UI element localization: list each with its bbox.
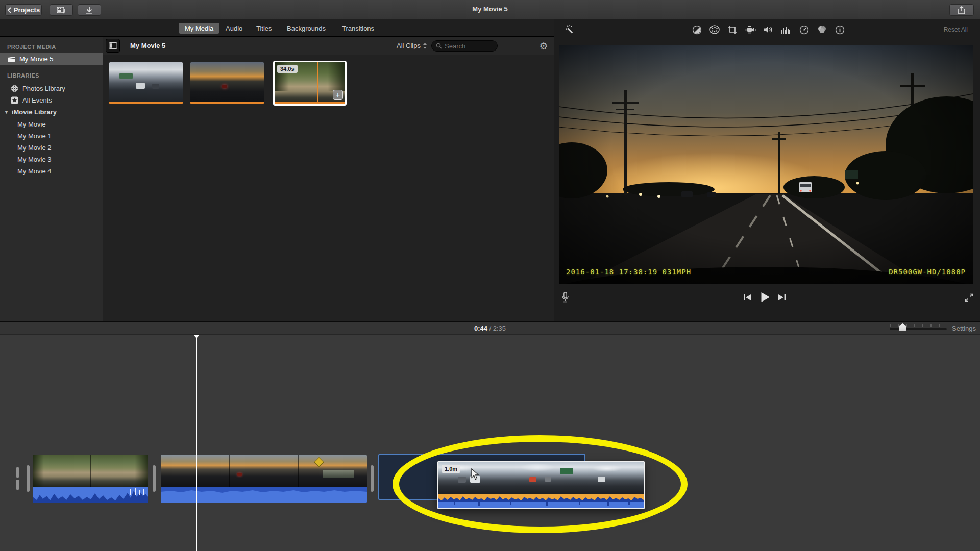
crop-icon[interactable] <box>727 24 738 35</box>
tab-audio[interactable]: Audio <box>219 23 249 34</box>
clip-audio-waveform <box>438 494 644 508</box>
clip-filter-dropdown[interactable]: All Clips <box>397 42 427 49</box>
search-input[interactable] <box>445 42 491 50</box>
timeline-header: 0:44 / 2:35 Settings <box>0 321 980 335</box>
sidebar-item-photos-library[interactable]: Photos Library <box>0 83 103 94</box>
film-note-icon <box>57 7 66 14</box>
noise-reduction-icon[interactable] <box>780 24 792 35</box>
thumbnail-art <box>136 83 145 89</box>
clip-filter-label: All Clips <box>397 42 421 49</box>
timeline-zoom-slider[interactable] <box>890 328 947 330</box>
panel-toggle-icon <box>109 42 117 49</box>
clip-duration-badge: 34.0s <box>277 65 298 73</box>
sidebar-item-label: My Movie 4 <box>17 167 51 175</box>
media-browser-button[interactable] <box>50 4 73 16</box>
sidebar-item-my-movie-4[interactable]: My Movie 4 <box>0 165 103 177</box>
tab-my-media[interactable]: My Media <box>179 23 219 34</box>
top-toolbar: Projects My Movie 5 <box>0 0 980 19</box>
thumbnail-art <box>135 455 148 487</box>
share-icon <box>958 6 965 14</box>
sidebar-toggle-button[interactable] <box>106 39 120 53</box>
stabilization-icon[interactable] <box>745 24 756 35</box>
speed-icon[interactable] <box>798 24 810 35</box>
libraries-header: LIBRARIES <box>7 72 39 79</box>
timeline-canvas[interactable]: 1.0m <box>0 335 980 551</box>
sidebar-item-my-movie-2[interactable]: My Movie 2 <box>0 142 103 154</box>
volume-icon[interactable] <box>763 24 774 35</box>
thumbnail-duration-bar <box>190 102 264 104</box>
browser-title: My Movie 5 <box>130 42 165 49</box>
playhead-line[interactable] <box>196 335 197 551</box>
clip-thumbnail[interactable] <box>109 62 183 104</box>
dashcam-frame-art <box>559 45 973 284</box>
playhead-handle[interactable] <box>193 335 200 338</box>
reset-all-button[interactable]: Reset All <box>944 26 968 33</box>
info-icon[interactable] <box>834 24 845 35</box>
clip-filter-effects-icon[interactable] <box>816 24 827 35</box>
fullscreen-icon[interactable] <box>965 293 973 302</box>
tab-backgrounds[interactable]: Backgrounds <box>281 23 332 34</box>
timeline-clip-forest[interactable] <box>33 455 148 503</box>
sidebar-item-my-movie-5[interactable]: My Movie 5 <box>0 53 103 65</box>
import-button[interactable] <box>78 4 101 16</box>
download-arrow-icon <box>86 6 93 14</box>
timeline-settings-button[interactable]: Settings <box>952 324 976 332</box>
chevron-left-icon <box>7 7 11 13</box>
clip-trim-handle[interactable] <box>371 465 374 492</box>
next-frame-button[interactable] <box>778 294 786 301</box>
thumbnail-art <box>560 468 573 474</box>
video-viewer[interactable]: 2016-01-18 17:38:19 031MPH DR500GW-HD/10… <box>559 45 973 284</box>
sidebar-item-my-movie-1[interactable]: My Movie 1 <box>0 130 103 142</box>
enhance-wand-icon[interactable] <box>565 24 576 35</box>
thumbnail-art <box>237 473 242 476</box>
frame-divider <box>229 455 230 487</box>
previous-frame-button[interactable] <box>743 294 751 301</box>
projects-button[interactable]: Projects <box>5 4 42 16</box>
sidebar-item-label: Photos Library <box>22 85 65 92</box>
tab-my-media-label: My Media <box>185 24 213 32</box>
share-button[interactable] <box>949 4 974 16</box>
sidebar-item-all-events[interactable]: All Events <box>0 94 103 106</box>
timeline-edge-handle[interactable] <box>16 480 19 490</box>
thumbnail-art <box>119 73 133 79</box>
dashcam-model-overlay: DR500GW-HD/1080P <box>889 268 966 276</box>
sidebar-item-imovie-library[interactable]: ▼ iMovie Library <box>0 106 103 118</box>
clip-trim-handle[interactable] <box>27 465 30 492</box>
sidebar-item-label: My Movie 1 <box>17 132 51 140</box>
media-tabstrip: My Media Audio Titles Backgrounds Transi… <box>0 19 554 37</box>
dashcam-timestamp-overlay: 2016-01-18 17:38:19 031MPH <box>566 268 691 276</box>
frame-divider <box>90 455 91 487</box>
browser-header: My Movie 5 All Clips ⚙ <box>103 37 554 55</box>
add-to-timeline-button[interactable]: + <box>333 90 343 100</box>
timeline-edge-handle[interactable] <box>16 467 19 478</box>
window-title: My Movie 5 <box>0 5 980 13</box>
thumbnail-art <box>328 62 345 91</box>
disclosure-triangle-icon[interactable]: ▼ <box>4 110 9 115</box>
voiceover-mic-icon[interactable] <box>561 292 569 303</box>
sidebar-item-my-movie-3[interactable]: My Movie 3 <box>0 154 103 165</box>
search-field[interactable] <box>431 40 498 52</box>
clip-thumbnail-selected[interactable]: 34.0s + <box>273 61 347 106</box>
color-balance-icon[interactable] <box>691 24 702 35</box>
thumbnail-art <box>529 477 536 482</box>
time-separator: / <box>487 324 493 332</box>
media-browser: My Movie 5 All Clips ⚙ <box>103 37 554 321</box>
sidebar-item-label: My Movie 2 <box>17 144 51 152</box>
timeline-clip-dusk[interactable] <box>161 455 367 503</box>
tab-transitions[interactable]: Transitions <box>336 23 380 34</box>
projects-button-label: Projects <box>14 6 40 14</box>
tab-titles[interactable]: Titles <box>250 23 278 34</box>
sidebar-item-my-movie[interactable]: My Movie <box>0 118 103 130</box>
total-time: 2:35 <box>493 324 506 332</box>
clip-skimmer-line[interactable] <box>317 62 318 104</box>
play-button[interactable] <box>761 292 770 303</box>
thumbnail-art <box>545 477 551 482</box>
tab-audio-label: Audio <box>226 24 242 32</box>
browser-settings-gear-icon[interactable]: ⚙ <box>537 40 550 53</box>
dragged-clip-highway[interactable]: 1.0m <box>437 461 645 509</box>
clip-trim-handle[interactable] <box>153 465 156 492</box>
clip-thumbnail[interactable] <box>190 62 264 104</box>
frame-divider <box>507 462 507 494</box>
color-correction-icon[interactable] <box>709 24 720 35</box>
thumbnail-art <box>190 62 264 104</box>
